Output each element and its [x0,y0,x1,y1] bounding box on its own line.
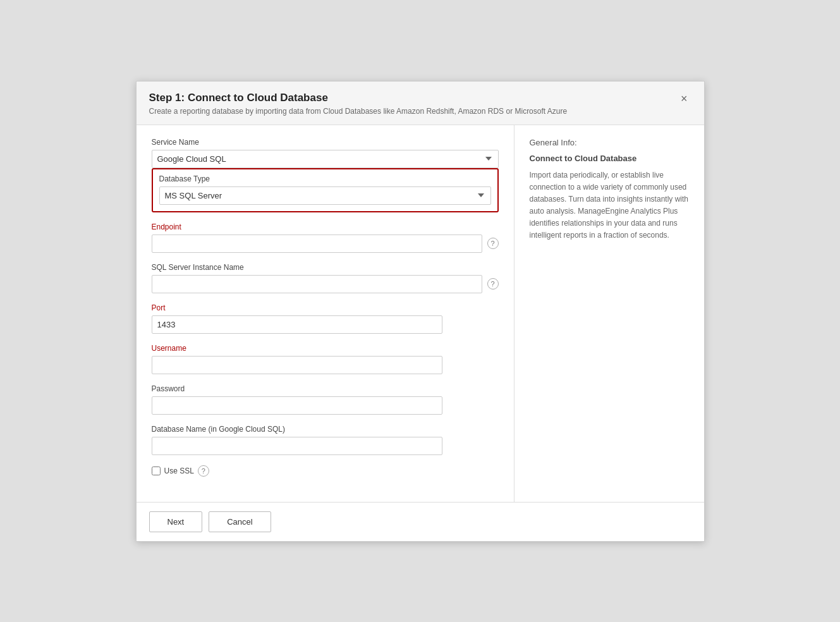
close-button[interactable]: × [677,92,691,106]
ssl-row: Use SSL ? [152,465,499,477]
endpoint-label: Endpoint [152,223,499,231]
right-panel: General Info: Connect to Cloud Database … [514,125,704,502]
left-panel: Service Name Google Cloud SQLAmazon Reds… [137,125,514,502]
username-label: Username [152,344,499,353]
dialog-subtitle: Create a reporting database by importing… [149,107,568,116]
dialog-title: Step 1: Connect to Cloud Database [149,92,568,104]
password-label: Password [152,384,499,393]
password-input[interactable] [152,396,442,415]
service-name-label: Service Name [152,138,499,147]
service-name-group: Service Name Google Cloud SQLAmazon Reds… [152,138,499,168]
username-input[interactable] [152,356,442,374]
info-text: Import data periodically, or establish l… [530,169,689,242]
dialog-header: Step 1: Connect to Cloud Database Create… [137,82,704,125]
endpoint-input-row: ? [152,235,499,253]
sql-instance-group: SQL Server Instance Name ? [152,263,499,293]
endpoint-input[interactable] [152,235,482,253]
dialog-footer: Next Cancel [137,502,704,541]
db-type-label: Database Type [159,174,491,183]
dialog-body: Service Name Google Cloud SQLAmazon Reds… [137,125,704,502]
port-label: Port [152,303,499,312]
db-type-group: Database Type MS SQL ServerMySQLPostgreS… [152,168,499,212]
username-group: Username [152,344,499,374]
ssl-label[interactable]: Use SSL [164,466,194,475]
port-group: Port [152,303,499,334]
cancel-button[interactable]: Cancel [209,511,271,532]
endpoint-help-icon[interactable]: ? [487,238,499,249]
dialog-container: Step 1: Connect to Cloud Database Create… [136,81,705,542]
sql-instance-label: SQL Server Instance Name [152,263,499,272]
db-name-group: Database Name (in Google Cloud SQL) [152,425,499,455]
sql-instance-help-icon[interactable]: ? [487,278,499,290]
db-type-select[interactable]: MS SQL ServerMySQLPostgreSQLOracle [159,186,491,205]
next-button[interactable]: Next [149,511,203,532]
header-text: Step 1: Connect to Cloud Database Create… [149,92,568,116]
password-group: Password [152,384,499,415]
db-name-input[interactable] [152,437,442,455]
port-input[interactable] [152,315,442,334]
endpoint-group: Endpoint ? [152,223,499,253]
db-name-label: Database Name (in Google Cloud SQL) [152,425,499,434]
general-info-title: General Info: [530,138,689,147]
connect-info-subtitle: Connect to Cloud Database [530,154,689,163]
ssl-checkbox[interactable] [152,466,161,475]
sql-instance-input-row: ? [152,275,499,293]
service-name-select[interactable]: Google Cloud SQLAmazon RedshiftAmazon RD… [152,150,499,168]
ssl-help-icon[interactable]: ? [198,465,209,477]
sql-instance-input[interactable] [152,275,482,293]
